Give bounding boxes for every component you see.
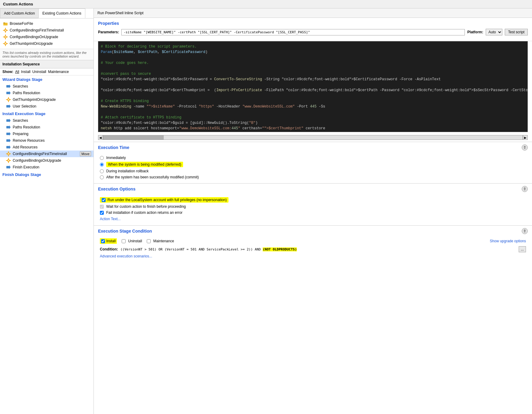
install-seq-item[interactable]: ConfigureBindingsOnUpgrade (0, 157, 94, 164)
tab-add-custom-action[interactable]: Add Custom Action (0, 8, 39, 18)
right-header: Run PowerShell Inline Script (94, 8, 532, 18)
execution-time-option[interactable]: Immediately (100, 155, 526, 161)
execution-option-checkbox[interactable] (102, 198, 106, 202)
execution-option-checkbox[interactable] (100, 205, 104, 209)
test-script-button[interactable]: Test script (505, 29, 528, 35)
install-seq-item[interactable]: Finish Execution (0, 164, 94, 171)
svg-rect-17 (5, 45, 6, 46)
svg-rect-5 (5, 31, 6, 33)
stage-condition-option[interactable]: Install (100, 238, 117, 244)
execution-option[interactable]: Fail installation if custom action retur… (100, 210, 526, 216)
action-item-label: GetThumbprintOnUpgrade (10, 41, 53, 46)
arrow-icon (6, 104, 11, 109)
execution-time-option[interactable]: After the system has been successfully m… (100, 174, 526, 180)
stage-condition-checkbox[interactable] (101, 239, 105, 243)
install-seq-item[interactable]: Searches (0, 117, 94, 124)
execution-stage-condition-section: Execution Stage Condition ⇧ InstallUnins… (94, 225, 532, 261)
stage-condition-checkbox[interactable] (147, 239, 151, 243)
execution-time-radio[interactable] (100, 156, 104, 160)
install-seq-item[interactable]: Add Resources (0, 144, 94, 151)
tab-existing-custom-actions[interactable]: Existing Custom Actions (38, 8, 85, 18)
seq-item-label: Remove Resources (13, 138, 91, 143)
show-install[interactable]: Install (21, 70, 30, 74)
show-upgrade-options-link[interactable]: Show upgrade options (490, 239, 526, 243)
wizard-seq-item[interactable]: Paths Resolution (0, 90, 94, 96)
scroll-track (103, 135, 523, 140)
show-bar: Show: All Install Uninstall Maintenance (0, 68, 94, 75)
wizard-seq-item[interactable]: Searches (0, 83, 94, 90)
execution-time-radio[interactable] (100, 169, 104, 173)
move-button[interactable]: Move (80, 151, 91, 156)
svg-rect-45 (8, 155, 9, 156)
execution-time-header[interactable]: Execution Time ⇧ (94, 142, 532, 153)
execution-stage-condition-header[interactable]: Execution Stage Condition ⇧ (94, 226, 532, 237)
installation-sequence-header: Installation Sequence (0, 60, 94, 68)
code-line: netsh http add sslcert hostnameport="www… (101, 126, 525, 131)
execution-time-collapse-button[interactable]: ⇧ (522, 144, 528, 151)
wizard-seq-item[interactable]: GetThumbprintOnUpgrade (0, 96, 94, 103)
custom-actions-list: BrowseForFileConfigureBindingsFirstTimeI… (0, 18, 94, 49)
svg-point-9 (5, 36, 6, 38)
stage-condition-option[interactable]: Maintenance (147, 239, 174, 243)
svg-rect-10 (5, 35, 6, 36)
install-seq-item[interactable]: Remove Resources (0, 137, 94, 144)
properties-section: Properties Parameters: Platform: Auto x8… (94, 18, 532, 41)
advanced-execution-scenarios-link[interactable]: Advanced execution scenarios... (100, 254, 152, 258)
params-input[interactable] (121, 29, 465, 35)
svg-rect-38 (6, 139, 9, 142)
action-text-link[interactable]: Action Text... (100, 216, 120, 222)
execution-option-checkbox[interactable] (100, 211, 104, 215)
svg-rect-30 (6, 105, 9, 108)
stage-condition-option[interactable]: Uninstall (122, 239, 142, 243)
stage-condition-checkbox[interactable] (122, 239, 126, 243)
custom-action-item[interactable]: ConfigureBindingsFirstTimeInstall (2, 27, 92, 34)
execution-option[interactable]: Run under the LocalSystem account with f… (100, 196, 526, 204)
custom-action-item[interactable]: GetThumbprintOnUpgrade (2, 40, 92, 47)
execution-time-radio[interactable] (100, 163, 104, 167)
execution-options-collapse-button[interactable]: ⇧ (522, 186, 528, 192)
code-line: #convert pass to secure (101, 71, 525, 77)
show-uninstall[interactable]: Uninstall (32, 70, 46, 74)
install-seq-item[interactable]: Paths Resolution (0, 124, 94, 131)
install-execution-stage: Install Execution Stage SearchesPaths Re… (0, 110, 94, 171)
left-panel: Add Custom Action Existing Custom Action… (0, 8, 94, 414)
custom-action-item[interactable]: BrowseForFile (2, 20, 92, 27)
svg-rect-16 (5, 41, 6, 42)
properties-title: Properties (98, 21, 528, 26)
svg-marker-55 (9, 165, 11, 169)
execution-stage-condition-title: Execution Stage Condition (98, 229, 152, 233)
params-row: Parameters: Platform: Auto x86 x64 Test … (98, 29, 528, 35)
scroll-thumb[interactable] (103, 135, 164, 140)
seq-item-label: Paths Resolution (13, 125, 91, 129)
execution-options-header[interactable]: Execution Options ⇧ (94, 184, 532, 194)
condition-value: ((VersionNT > 501) OR (VersionNT = 501 A… (120, 247, 516, 251)
install-seq-item[interactable]: ConfigureBindingsFirstTimeInstallMove (0, 151, 94, 157)
scroll-right-button[interactable]: ▶ (523, 135, 528, 140)
code-line (101, 66, 525, 71)
condition-browse-button[interactable]: ... (519, 246, 526, 252)
action-item-label: BrowseForFile (10, 22, 33, 26)
wizard-seq-item[interactable]: User Selection (0, 103, 94, 110)
scroll-left-button[interactable]: ◀ (98, 135, 103, 140)
code-line: # Your code goes here. (101, 60, 525, 66)
wizard-stage-title: Wizard Dialogs Stage (0, 75, 94, 83)
code-line: "color:#9cdcfe;font-weight:bold">$sSecSt… (101, 77, 525, 82)
execution-time-option[interactable]: When the system is being modified (defer… (100, 161, 526, 168)
show-maintenance[interactable]: Maintenance (48, 70, 69, 74)
gear-icon (3, 35, 8, 39)
execution-stage-condition-collapse-button[interactable]: ⇧ (522, 228, 528, 234)
custom-action-item[interactable]: ConfigureBindingsOnUpgrade (2, 34, 92, 40)
execution-option[interactable]: Wait for custom action to finish before … (100, 204, 526, 210)
install-seq-item[interactable]: Preparing (0, 131, 94, 137)
code-line (101, 82, 525, 88)
execution-time-option[interactable]: During installation rollback (100, 168, 526, 174)
code-line: Param($siteName, $certPath, $Certificate… (101, 49, 525, 55)
execution-time-radio[interactable] (100, 175, 104, 179)
show-all[interactable]: All (15, 70, 19, 74)
svg-rect-47 (10, 154, 11, 154)
platform-select[interactable]: Auto x86 x64 (486, 29, 502, 35)
svg-rect-6 (3, 30, 4, 31)
code-line (101, 55, 525, 60)
execution-time-label: During installation rollback (106, 169, 149, 173)
arrow-icon (6, 118, 11, 123)
